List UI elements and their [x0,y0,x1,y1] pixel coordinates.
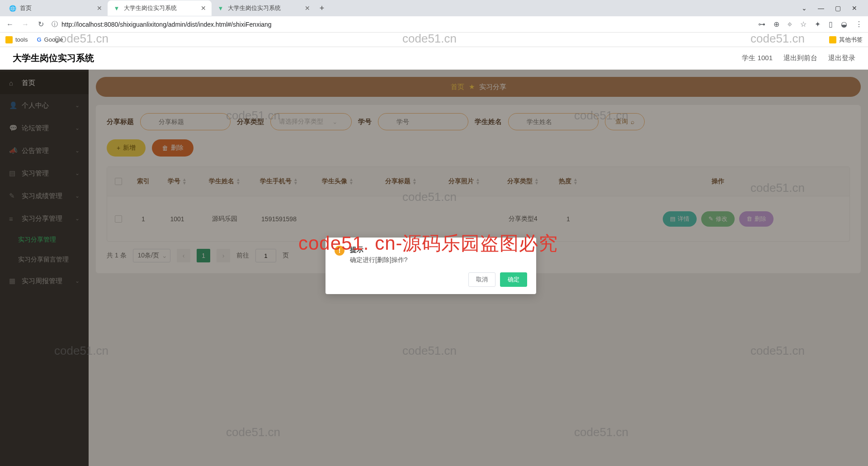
confirm-dialog: ! 提示 确定进行[删除]操作? 取消 确定 [326,238,536,294]
close-window-icon[interactable]: ✕ [852,5,857,12]
dialog-message: 确定进行[删除]操作? [350,256,408,264]
folder-icon [829,36,836,43]
folder-icon [5,36,13,43]
browser-chrome: 🌐首页 ✕ ▼大学生岗位实习系统 ✕ ▼大学生岗位实习系统 ✕ + ⌄ — ▢ … [0,0,868,47]
bookmark-bar: tools GGoogle 其他书签 [0,33,868,47]
vue-icon: ▼ [113,5,120,12]
tab-title: 首页 [20,4,32,12]
key-icon[interactable]: ⊶ [758,20,765,29]
minimize-icon[interactable]: — [818,5,824,12]
chevron-down-icon[interactable]: ⌄ [802,5,807,12]
tab-title: 大学生岗位实习系统 [124,4,177,12]
globe-icon: 🌐 [9,5,16,12]
maximize-icon[interactable]: ▢ [835,5,841,12]
url-text: http://localhost:8080/shixiguanlixitong/… [61,21,272,28]
new-tab-button[interactable]: + [316,4,328,13]
tab-bar: 🌐首页 ✕ ▼大学生岗位实习系统 ✕ ▼大学生岗位实习系统 ✕ + ⌄ — ▢ … [0,0,868,16]
close-icon[interactable]: ✕ [201,5,206,12]
warning-icon: ! [335,246,344,256]
bookmark-google[interactable]: GGoogle [37,36,63,43]
translate-icon[interactable]: ⟐ [788,20,792,29]
forward-icon[interactable]: → [21,20,30,29]
vue-icon: ▼ [217,5,224,12]
browser-tab-0[interactable]: 🌐首页 ✕ [4,0,108,16]
google-icon: G [37,36,41,43]
link-front[interactable]: 退出到前台 [783,54,817,62]
dialog-title: 提示 [350,246,408,254]
ok-button[interactable]: 确定 [500,272,527,287]
close-icon[interactable]: ✕ [305,5,310,12]
link-logout[interactable]: 退出登录 [828,54,855,62]
user-label[interactable]: 学生 1001 [742,54,773,62]
tab-title: 大学生岗位实习系统 [228,4,281,12]
address-bar: ← → ↻ ⓘ http://localhost:8080/shixiguanl… [0,16,868,33]
extensions-icon[interactable]: ✦ [815,20,821,29]
bookmark-other[interactable]: 其他书签 [829,36,863,44]
zoom-icon[interactable]: ⊕ [774,20,779,29]
reload-icon[interactable]: ↻ [36,20,45,29]
close-icon[interactable]: ✕ [97,5,102,12]
app-title: 大学生岗位实习系统 [13,52,94,64]
menu-icon[interactable]: ⋮ [855,20,863,29]
back-icon[interactable]: ← [5,20,14,29]
profile-icon[interactable]: ◒ [841,20,847,29]
star-icon[interactable]: ☆ [800,20,807,29]
bookmark-tools[interactable]: tools [5,36,28,43]
sidepanel-icon[interactable]: ▯ [829,20,833,29]
url-input[interactable]: ⓘ http://localhost:8080/shixiguanlixiton… [52,20,752,29]
app-header: 大学生岗位实习系统 学生 1001 退出到前台 退出登录 [0,47,868,70]
info-icon[interactable]: ⓘ [52,20,58,29]
browser-tab-2[interactable]: ▼大学生岗位实习系统 ✕ [212,0,316,16]
browser-tab-1[interactable]: ▼大学生岗位实习系统 ✕ [108,0,212,16]
cancel-button[interactable]: 取消 [468,272,495,287]
